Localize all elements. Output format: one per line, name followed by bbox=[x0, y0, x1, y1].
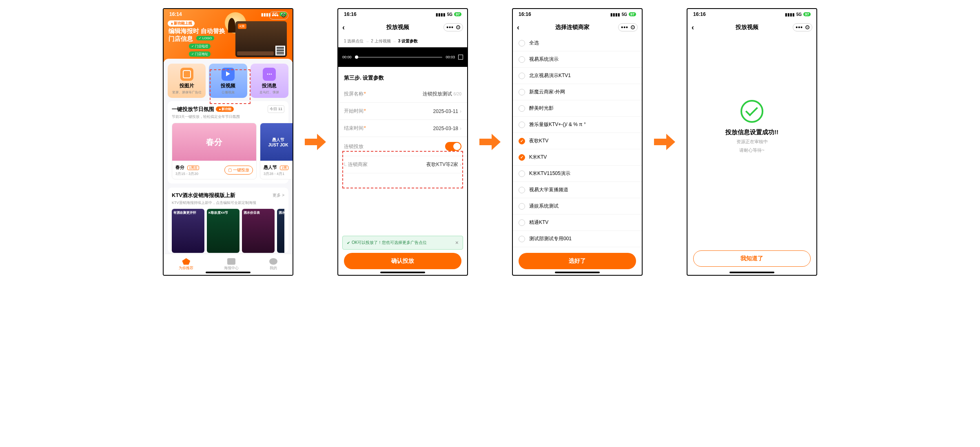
tab-posters[interactable]: 海报中心 bbox=[224, 258, 239, 271]
merchant-row[interactable]: 北京视易演示KTV1 bbox=[513, 68, 642, 84]
more-icon: ••• bbox=[272, 13, 279, 18]
check-icon: ✔ bbox=[347, 241, 350, 245]
success-body: 投放信息设置成功!! 资源正在审核中 请耐心等待~ bbox=[687, 35, 816, 250]
back-icon[interactable]: ‹ bbox=[342, 23, 352, 32]
fullscreen-icon[interactable] bbox=[458, 55, 463, 60]
field-chain-merchant[interactable]: L 连锁商家 夜歌KTV等2家› bbox=[338, 156, 467, 173]
merchant-name: 夜歌KTV bbox=[529, 137, 548, 144]
miniapp-menu[interactable]: ••• bbox=[443, 23, 463, 31]
miniapp-menu[interactable]: ••• bbox=[269, 11, 288, 20]
page-title: 投放视频 bbox=[352, 24, 443, 31]
tab-profile[interactable]: 我的 bbox=[269, 258, 277, 271]
merchant-row[interactable]: 精通KTV bbox=[513, 215, 642, 231]
field-end-date[interactable]: 结束时间 2025-03-18› bbox=[338, 120, 467, 137]
select-all-row[interactable]: 全选 bbox=[513, 35, 642, 51]
tag-address: 门店地址 bbox=[189, 51, 211, 57]
merchant-name: K米KTV11505演示 bbox=[529, 170, 570, 177]
nav-header: ‹ 选择连锁商家 ••• bbox=[513, 20, 642, 35]
poster-thumb[interactable]: 酒水价目表 bbox=[242, 209, 275, 253]
toggle-on[interactable] bbox=[445, 142, 461, 151]
merchant-row[interactable]: 醉美时光影 bbox=[513, 100, 642, 117]
back-icon[interactable]: ‹ bbox=[692, 23, 701, 32]
success-heading: 投放信息设置成功!! bbox=[725, 128, 778, 136]
poster-thumb[interactable]: 有酒欢聚更开怀 bbox=[172, 209, 204, 253]
success-line1: 资源正在审核中 bbox=[736, 139, 768, 145]
status-time: 16:16 bbox=[693, 11, 706, 17]
festival-tag: 2周 bbox=[280, 166, 288, 170]
tab-recommend[interactable]: 为你推荐 bbox=[179, 258, 193, 271]
card-image-title: 投图片 bbox=[169, 82, 204, 89]
card-message-sub: 走马灯、弹屏 bbox=[252, 90, 287, 95]
video-time-end: 00:03 bbox=[446, 55, 455, 59]
merchant-row[interactable]: 测试部测试专用001 bbox=[513, 231, 642, 247]
merchant-row[interactable]: 夜歌KTV bbox=[513, 133, 642, 149]
video-scrubber[interactable] bbox=[355, 57, 443, 58]
merchant-name: 北京视易演示KTV1 bbox=[529, 72, 571, 79]
card-image[interactable]: 投图片 竖屏、屏保等广告位 bbox=[168, 64, 206, 98]
screen-settings: 16:16 ▮▮▮▮5G97 ‹ 投放视频 ••• 1 选择点位→ 2 上传视频… bbox=[337, 8, 468, 276]
status-bar: 16:16 ▮▮▮▮5G97 bbox=[687, 9, 816, 20]
screen-icon: ▢ bbox=[228, 168, 232, 172]
status-bar: 16:16 ▮▮▮▮5G97 bbox=[338, 9, 467, 20]
merchant-name: 醉美时光影 bbox=[529, 105, 554, 112]
festival-title: 一键投放节日氛围 ▲新功能 bbox=[172, 106, 234, 113]
card-message-title: 投消息 bbox=[252, 82, 287, 89]
status-time: 16:14 bbox=[169, 11, 182, 17]
screen-merchant-select: 16:16 ▮▮▮▮5G97 ‹ 选择连锁商家 ••• 全选 视易系统演示北京视… bbox=[512, 8, 643, 276]
miniapp-menu[interactable]: ••• bbox=[618, 23, 638, 31]
back-icon[interactable]: ‹ bbox=[517, 23, 527, 32]
poster-thumb[interactable]: 酒水 bbox=[277, 209, 284, 253]
onekey-button[interactable]: ▢ 一键投放 bbox=[224, 166, 253, 175]
signal-bars-icon: ▮▮▮▮ bbox=[436, 12, 446, 17]
today-chip[interactable]: 今日 11 bbox=[268, 105, 284, 113]
success-toast: ✔OK可以投放了！您也可选择更多广告点位 × bbox=[342, 236, 463, 250]
image-icon bbox=[180, 68, 193, 81]
poster-row[interactable]: 有酒欢聚更开怀 K歌欢度XX节 酒水价目表 酒水 bbox=[172, 209, 284, 253]
home-body: 一键投放节日氛围 ▲新功能 今日 11 节前3天一键投放，轻松搞定全年节日氛围 … bbox=[164, 101, 293, 254]
festival-card[interactable]: 春分 春分 1周后 3月15 - 3月20 ▢ 一键投放 bbox=[172, 123, 257, 179]
merchant-name: 测试部测试专用001 bbox=[529, 235, 572, 242]
flow-arrow-icon bbox=[479, 131, 501, 153]
merchant-name: 视易大学直播频道 bbox=[529, 186, 568, 193]
video-preview[interactable]: 00:00 00:03 bbox=[338, 47, 467, 67]
new-badge: ▲新功能 bbox=[216, 106, 234, 112]
field-start-date[interactable]: 开始时间 2025-03-11› bbox=[338, 103, 467, 120]
card-video[interactable]: 投视频 公播视频 bbox=[209, 64, 247, 98]
step-indicator: 1 选择点位→ 2 上传视频→ 3 设置参数 bbox=[338, 35, 467, 47]
close-icon[interactable]: × bbox=[455, 239, 459, 246]
step-heading: 第三步. 设置参数 bbox=[338, 74, 467, 86]
card-message[interactable]: 投消息 走马灯、弹屏 bbox=[251, 64, 288, 98]
festival-sub: 节前3天一键投放，轻松搞定全年节日氛围 bbox=[172, 114, 284, 119]
radio-icon bbox=[519, 122, 525, 128]
hero-headline-1: 编辑海报时 自动替换 bbox=[169, 27, 225, 35]
festival-card[interactable]: 愚人节 JUST JOK 愚人节 2周 3月28 - 4月1 bbox=[260, 123, 293, 179]
thumb-icon bbox=[182, 258, 190, 265]
miniapp-menu[interactable]: ••• bbox=[793, 23, 812, 31]
field-name[interactable]: 投屏名称 连锁投放测试6/20 bbox=[338, 86, 467, 103]
more-link[interactable]: 更多 > bbox=[273, 193, 284, 198]
poster-thumb[interactable]: K歌欢度XX节 bbox=[207, 209, 239, 253]
acknowledge-button[interactable]: 我知道了 bbox=[693, 250, 811, 267]
status-time: 16:16 bbox=[519, 11, 531, 17]
festival-tag: 1周后 bbox=[187, 166, 199, 170]
radio-icon bbox=[519, 154, 525, 161]
merchant-row[interactable]: K米KTV11505演示 bbox=[513, 166, 642, 182]
merchant-row[interactable]: 新魔云商家-外网 bbox=[513, 84, 642, 100]
hero-banner: 16:14 ▮▮▮▮ 5G 97 ▲新功能上线 编辑海报时 自动替换 门店信息 … bbox=[164, 9, 293, 62]
merchant-row[interactable]: 视易大学直播频道 bbox=[513, 182, 642, 198]
merchant-row[interactable]: 视易系统演示 bbox=[513, 51, 642, 68]
status-bar: 16:16 ▮▮▮▮5G97 bbox=[513, 9, 642, 20]
confirm-button[interactable]: 确认投放 bbox=[344, 253, 461, 269]
merchant-name: 雅乐量贩KTV+-()/ & % π ° bbox=[529, 121, 586, 128]
target-icon bbox=[805, 25, 809, 29]
done-button[interactable]: 选好了 bbox=[519, 253, 636, 269]
radio-icon bbox=[519, 219, 525, 226]
radio-icon bbox=[519, 203, 525, 210]
radio-icon bbox=[519, 105, 525, 112]
merchant-row[interactable]: K米KTV bbox=[513, 149, 642, 166]
radio-icon bbox=[519, 73, 525, 79]
poster-section: KTV酒水促销海报模版上新 更多 > KTV营销海报持续上新中，点击编辑可全新定… bbox=[168, 188, 288, 253]
festival-date: 3月15 - 3月20 bbox=[175, 171, 199, 177]
merchant-row[interactable]: 雅乐量贩KTV+-()/ & % π ° bbox=[513, 117, 642, 133]
merchant-row[interactable]: 通娱系统测试 bbox=[513, 198, 642, 215]
